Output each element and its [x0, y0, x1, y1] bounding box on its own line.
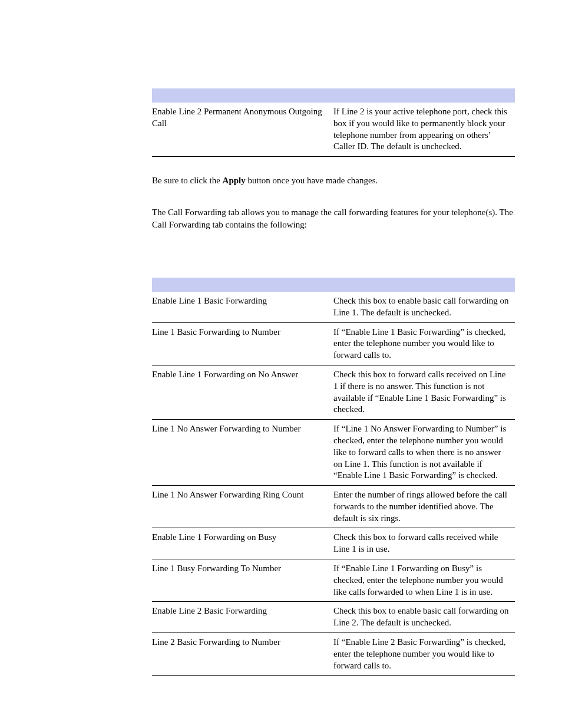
- table-row: Line 1 Busy Forwarding To Number If “Ena…: [152, 559, 515, 602]
- apply-note-pre: Be sure to click the: [152, 176, 223, 185]
- field-description: If “Enable Line 1 Forwarding on Busy” is…: [333, 559, 515, 602]
- field-description: If “Enable Line 1 Basic Forwarding” is c…: [333, 322, 515, 365]
- field-name: Enable Line 2 Basic Forwarding: [152, 602, 333, 633]
- field-name: Enable Line 1 Forwarding on Busy: [152, 528, 333, 559]
- field-name: Line 1 No Answer Forwarding Ring Count: [152, 486, 333, 528]
- field-description: Enter the number of rings allowed before…: [333, 486, 515, 528]
- field-name: Line 1 No Answer Forwarding to Number: [152, 420, 333, 486]
- field-description: If “Line 1 No Answer Forwarding to Numbe…: [333, 420, 515, 486]
- table-row: Enable Line 1 Forwarding on Busy Check t…: [152, 528, 515, 559]
- table-row: Line 1 No Answer Forwarding Ring Count E…: [152, 486, 515, 528]
- table-row: Enable Line 2 Permanent Anonymous Outgoi…: [152, 103, 515, 157]
- table-row: Enable Line 1 Forwarding on No Answer Ch…: [152, 365, 515, 419]
- table1: Enable Line 2 Permanent Anonymous Outgoi…: [152, 103, 515, 157]
- field-name: Line 2 Basic Forwarding to Number: [152, 633, 333, 676]
- field-description: Check this box to forward calls received…: [333, 365, 515, 419]
- table-row: Enable Line 1 Basic Forwarding Check thi…: [152, 292, 515, 322]
- field-name: Line 1 Busy Forwarding To Number: [152, 559, 333, 602]
- table-row: Line 2 Basic Forwarding to Number If “En…: [152, 633, 515, 676]
- field-description: Check this box to forward calls received…: [333, 528, 515, 559]
- apply-note-paragraph: Be sure to click the Apply button once y…: [152, 174, 515, 186]
- table-row: Line 1 Basic Forwarding to Number If “En…: [152, 322, 515, 365]
- field-name: Enable Line 1 Forwarding on No Answer: [152, 365, 333, 419]
- table-row: Line 1 No Answer Forwarding to Number If…: [152, 420, 515, 486]
- forwarding-intro-paragraph: The Call Forwarding tab allows you to ma…: [152, 206, 515, 230]
- field-name: Enable Line 1 Basic Forwarding: [152, 292, 333, 322]
- field-description: Check this box to enable basic call forw…: [333, 292, 515, 322]
- table2: Enable Line 1 Basic Forwarding Check thi…: [152, 292, 515, 676]
- table-row: Enable Line 2 Basic Forwarding Check thi…: [152, 602, 515, 633]
- field-name: Enable Line 2 Permanent Anonymous Outgoi…: [152, 103, 333, 157]
- apply-note-strong: Apply: [223, 176, 246, 185]
- field-name: Line 1 Basic Forwarding to Number: [152, 322, 333, 365]
- apply-note-post: button once you have made changes.: [246, 176, 378, 185]
- field-description: If “Enable Line 2 Basic Forwarding” is c…: [333, 633, 515, 676]
- table2-header-band: [152, 278, 515, 292]
- field-description: Check this box to enable basic call forw…: [333, 602, 515, 633]
- field-description: If Line 2 is your active telephone port,…: [333, 103, 515, 157]
- table1-header-band: [152, 88, 515, 103]
